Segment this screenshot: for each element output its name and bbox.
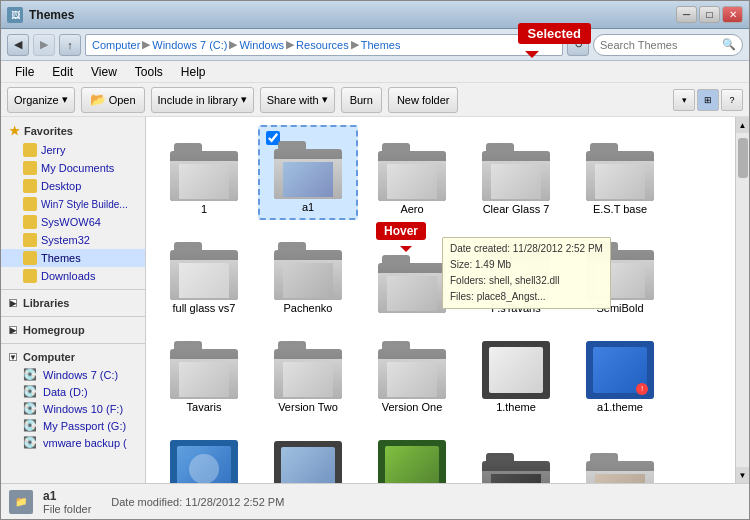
homegroup-header[interactable]: ▶ Homegroup	[1, 321, 145, 339]
forward-button[interactable]: ▶	[33, 34, 55, 56]
sidebar-item-jerry[interactable]: Jerry	[1, 141, 145, 159]
list-item[interactable]: Version One	[362, 323, 462, 418]
drive-icon: 💽	[23, 368, 37, 381]
file-name: Version Two	[278, 401, 338, 414]
back-button[interactable]: ◀	[7, 34, 29, 56]
file-name: Pachenko	[284, 302, 333, 315]
homegroup-toggle[interactable]: ▶	[9, 326, 17, 334]
search-input[interactable]	[600, 39, 718, 51]
folder-icon	[23, 215, 37, 229]
vertical-scrollbar[interactable]: ▲ ▼	[735, 117, 749, 483]
sidebar-item-d-drive[interactable]: 💽 Data (D:)	[1, 383, 145, 400]
help-button[interactable]: ?	[721, 89, 743, 111]
list-item[interactable]	[466, 422, 566, 483]
folder-icon	[378, 341, 446, 399]
address-path[interactable]: Computer ▶ Windows 7 (C:) ▶ Windows ▶ Re…	[85, 34, 563, 56]
main-content: ★ Favorites Jerry My Documents Desktop	[1, 117, 749, 483]
libraries-toggle[interactable]: ▶	[9, 299, 17, 307]
list-item[interactable]: 1	[154, 125, 254, 220]
folder-icon	[274, 141, 342, 199]
sidebar-item-vmware[interactable]: 💽 vmware backup (	[1, 434, 145, 451]
scroll-thumb[interactable]	[738, 138, 748, 178]
folder-icon	[482, 453, 550, 483]
file-area[interactable]: 1 a1	[146, 117, 735, 483]
drive-icon: 💽	[23, 436, 37, 449]
folder-icon	[378, 255, 446, 313]
computer-toggle[interactable]: ▼	[9, 353, 17, 361]
file-name: a1.theme	[597, 401, 643, 414]
sidebar-item-syswow[interactable]: SysWOW64	[1, 213, 145, 231]
close-button[interactable]: ✕	[722, 6, 743, 23]
menu-help[interactable]: Help	[173, 63, 214, 81]
new-folder-button[interactable]: New folder	[388, 87, 459, 113]
sidebar-item-mydocs[interactable]: My Documents	[1, 159, 145, 177]
favorites-header[interactable]: ★ Favorites	[1, 121, 145, 141]
list-item[interactable]: ! a1.theme	[570, 323, 670, 418]
window-controls: ─ □ ✕	[676, 6, 743, 23]
sidebar-item-g-drive[interactable]: 💽 My Passport (G:)	[1, 417, 145, 434]
minimize-button[interactable]: ─	[676, 6, 697, 23]
list-item[interactable]: Clear Glass 7	[466, 125, 566, 220]
folder-icon	[170, 341, 238, 399]
selected-tooltip: Selected	[518, 23, 591, 44]
file-name: full glass vs7	[173, 302, 236, 315]
view-large-icons[interactable]: ⊞	[697, 89, 719, 111]
sidebar-item-desktop[interactable]: Desktop	[1, 177, 145, 195]
list-item[interactable]: a1	[258, 125, 358, 220]
libraries-header[interactable]: ▶ Libraries	[1, 294, 145, 312]
open-button[interactable]: 📂Open	[81, 87, 145, 113]
status-file-icon: 📁	[9, 490, 33, 514]
title-bar-left: 🖼 Themes	[7, 7, 74, 23]
file-name: 1	[201, 203, 207, 216]
burn-button[interactable]: Burn	[341, 87, 382, 113]
tooltip-date: Date created: 11/28/2012 2:52 PM	[450, 241, 603, 257]
menu-tools[interactable]: Tools	[127, 63, 171, 81]
include-in-library-button[interactable]: Include in library ▾	[151, 87, 254, 113]
path-resources[interactable]: Resources	[296, 39, 349, 51]
sidebar-item-downloads[interactable]: Downloads	[1, 267, 145, 285]
file-name: Version One	[382, 401, 443, 414]
hover-arrow	[400, 246, 412, 252]
list-item[interactable]: aero.theme	[154, 422, 254, 483]
scroll-down-button[interactable]: ▼	[736, 467, 750, 483]
list-item[interactable]	[570, 422, 670, 483]
list-item[interactable]: Tavaris	[154, 323, 254, 418]
path-drive[interactable]: Windows 7 (C:)	[152, 39, 227, 51]
list-item[interactable]: E.S.T base	[570, 125, 670, 220]
sidebar-item-win7[interactable]: Win7 Style Builde...	[1, 195, 145, 213]
sidebar-item-c-drive[interactable]: 💽 Windows 7 (C:)	[1, 366, 145, 383]
list-item[interactable]: Version Two	[258, 323, 358, 418]
list-item[interactable]: full glass vs7	[154, 224, 254, 319]
list-item[interactable]: 1.theme	[466, 323, 566, 418]
sidebar-divider-3	[1, 343, 145, 344]
theme-icon: !	[586, 341, 654, 399]
search-box[interactable]: 🔍	[593, 34, 743, 56]
sidebar-item-themes[interactable]: Themes	[1, 249, 145, 267]
folder-icon	[586, 453, 654, 483]
menu-file[interactable]: File	[7, 63, 42, 81]
folder-icon	[23, 143, 37, 157]
libraries-section: ▶ Libraries	[1, 294, 145, 312]
organize-button[interactable]: Organize ▾	[7, 87, 75, 113]
list-item[interactable]: architecture.the me	[258, 422, 358, 483]
list-item[interactable]: characters.theme	[362, 422, 462, 483]
sidebar-item-system32[interactable]: System32	[1, 231, 145, 249]
up-button[interactable]: ↑	[59, 34, 81, 56]
menu-edit[interactable]: Edit	[44, 63, 81, 81]
scroll-up-button[interactable]: ▲	[736, 117, 750, 133]
computer-header[interactable]: ▼ Computer	[1, 348, 145, 366]
list-item[interactable]: Pachenko	[258, 224, 358, 319]
path-themes[interactable]: Themes	[361, 39, 401, 51]
list-item[interactable]: Aero	[362, 125, 462, 220]
drive-icon: 💽	[23, 419, 37, 432]
maximize-button[interactable]: □	[699, 6, 720, 23]
share-with-button[interactable]: Share with ▾	[260, 87, 335, 113]
view-toggle[interactable]: ▾	[673, 89, 695, 111]
path-computer[interactable]: Computer	[92, 39, 140, 51]
sidebar-item-f-drive[interactable]: 💽 Windows 10 (F:)	[1, 400, 145, 417]
file-name: Clear Glass 7	[483, 203, 550, 216]
menu-view[interactable]: View	[83, 63, 125, 81]
hover-label: Hover	[376, 222, 426, 240]
path-windows[interactable]: Windows	[239, 39, 284, 51]
list-item[interactable]: Hover Date created: 11/28/2012 2:52 PM S…	[362, 224, 462, 319]
